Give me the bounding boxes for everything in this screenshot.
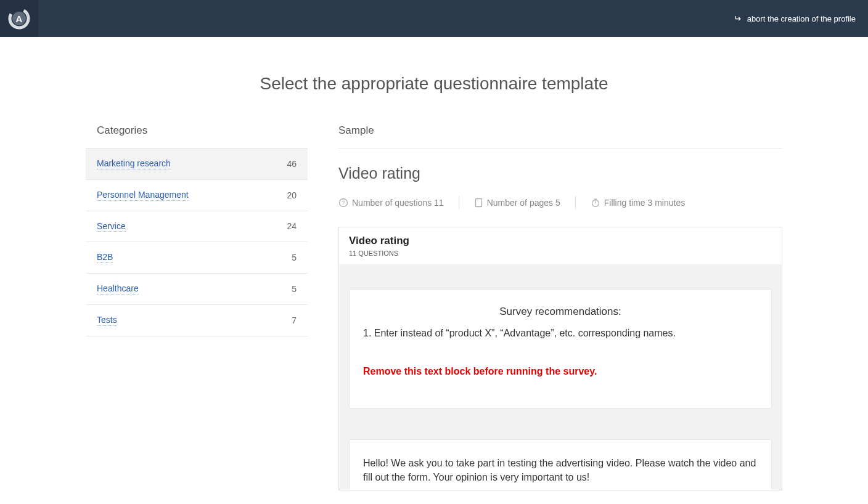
preview-header: Video rating 11 QUESTIONS <box>339 227 782 264</box>
logo-letter: A <box>16 14 23 24</box>
category-count: 24 <box>287 221 297 231</box>
stat-pages-label: Number of pages 5 <box>487 198 560 208</box>
preview-body: Survey recommendations: 1. Enter instead… <box>339 264 782 490</box>
sample-title: Video rating <box>338 165 782 182</box>
topbar: A ↵ abort the creation of the profile <box>0 0 868 37</box>
category-count: 7 <box>292 315 297 325</box>
category-tests[interactable]: Tests 7 <box>86 305 308 336</box>
category-b2b[interactable]: B2B 5 <box>86 242 308 274</box>
abort-label: abort the creation of the profile <box>747 14 856 23</box>
sample-stats: ? Number of questions 11 Number of pages… <box>338 196 782 209</box>
svg-text:?: ? <box>342 200 345 206</box>
intro-panel: Hello! We ask you to take part in testin… <box>349 439 772 490</box>
sample-heading: Sample <box>338 124 782 148</box>
category-personnel-management[interactable]: Personnel Management 20 <box>86 180 308 211</box>
category-count: 46 <box>287 159 297 169</box>
main-panel: Sample Video rating ? Number of question… <box>338 124 782 490</box>
stat-time: Filling time 3 minutes <box>591 198 686 208</box>
category-label: Tests <box>97 315 117 326</box>
stat-separator <box>575 196 576 209</box>
category-label: Service <box>97 221 126 232</box>
question-icon: ? <box>338 198 348 208</box>
recommendations-title: Survey recommendations: <box>363 306 758 318</box>
stat-questions: ? Number of questions 11 <box>338 198 444 208</box>
intro-text: Hello! We ask you to take part in testin… <box>363 456 758 484</box>
category-count: 5 <box>292 284 297 294</box>
category-service[interactable]: Service 24 <box>86 211 308 243</box>
category-label: Marketing research <box>97 158 171 169</box>
stat-time-label: Filling time 3 minutes <box>604 198 686 208</box>
preview-header-title: Video rating <box>349 235 772 247</box>
category-label: Healthcare <box>97 283 139 295</box>
page-icon <box>474 198 483 208</box>
logo-ring-icon: A <box>8 7 30 30</box>
recommendations-line: 1. Enter instead of “product X”, “Advant… <box>363 328 758 339</box>
page-title: Select the appropriate questionnaire tem… <box>0 74 868 94</box>
content: Categories Marketing research 46 Personn… <box>80 124 788 504</box>
preview-header-subtitle: 11 QUESTIONS <box>349 250 772 257</box>
category-label: Personnel Management <box>97 190 189 201</box>
categories-heading: Categories <box>86 124 308 148</box>
recommendations-warning: Remove this text block before running th… <box>363 366 758 377</box>
app-logo[interactable]: A <box>0 0 38 37</box>
topbar-left: A <box>0 0 38 37</box>
category-healthcare[interactable]: Healthcare 5 <box>86 274 308 305</box>
stat-pages: Number of pages 5 <box>474 198 560 208</box>
preview-container: Video rating 11 QUESTIONS Survey recomme… <box>338 227 782 490</box>
category-marketing-research[interactable]: Marketing research 46 <box>86 148 308 180</box>
stopwatch-icon <box>591 198 600 208</box>
svg-rect-4 <box>475 199 481 207</box>
category-count: 5 <box>292 253 297 262</box>
abort-profile-link[interactable]: ↵ abort the creation of the profile <box>734 14 856 23</box>
category-label: B2B <box>97 252 113 263</box>
stat-questions-label: Number of questions 11 <box>352 198 444 208</box>
recommendations-panel: Survey recommendations: 1. Enter instead… <box>349 289 772 408</box>
category-count: 20 <box>287 190 297 200</box>
stat-separator <box>459 196 459 209</box>
return-icon: ↵ <box>734 14 741 23</box>
categories-sidebar: Categories Marketing research 46 Personn… <box>86 124 308 490</box>
categories-list: Marketing research 46 Personnel Manageme… <box>86 148 308 336</box>
preview-scroll[interactable]: Video rating 11 QUESTIONS Survey recomme… <box>339 227 782 490</box>
